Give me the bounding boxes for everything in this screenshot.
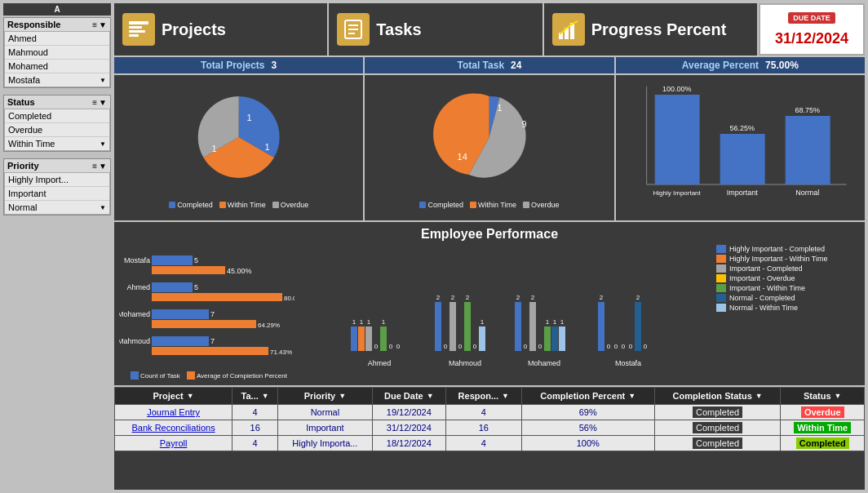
svg-rect-91 [559, 326, 565, 351]
priority-item-normal[interactable]: Normal ▼ [5, 201, 109, 214]
project-name-cell[interactable]: Bank Reconciliations [115, 420, 232, 436]
status-scroll-icon[interactable]: ▼ [100, 140, 106, 148]
average-percent-value: 75.00% [765, 60, 799, 71]
svg-rect-1 [129, 26, 142, 29]
duedate-filter-btn[interactable]: ▼ [427, 392, 434, 400]
svg-rect-72 [464, 302, 471, 351]
svg-rect-29 [152, 255, 193, 265]
svg-rect-21 [720, 134, 764, 184]
svg-rect-44 [152, 336, 209, 346]
average-percent-stat: Average Percent 75.00% [616, 57, 865, 73]
svg-text:0: 0 [396, 343, 401, 350]
date-display: 31/12/2024 [775, 30, 848, 47]
perf-horizontal-bars: Mostafa 5 45.00% Ahmed 5 80.00% Mohamed [119, 245, 299, 371]
status-item-completed[interactable]: Completed [5, 109, 109, 123]
svg-text:0: 0 [458, 343, 463, 350]
svg-text:2: 2 [531, 294, 535, 301]
tasks-title: Tasks [376, 20, 421, 39]
svg-text:Mostafa: Mostafa [615, 359, 641, 367]
status-settings-icon[interactable]: ≡ [92, 98, 97, 107]
comppct-filter-btn[interactable]: ▼ [628, 392, 636, 400]
priority-bar-chart: 100.00% 56.25% 68.75% Highly Important I… [616, 75, 865, 220]
priority-filter-btn[interactable]: ▼ [339, 392, 346, 400]
svg-rect-19 [654, 95, 699, 184]
total-tasks-stat: Total Task 24 [365, 57, 613, 73]
status-cell: Within Time [781, 420, 865, 436]
status-filter-icon[interactable]: ▼ [99, 98, 107, 107]
svg-text:0: 0 [622, 343, 626, 350]
svg-text:Normal: Normal [795, 189, 819, 197]
svg-rect-94 [598, 302, 604, 351]
responsible-label: Responsible [7, 20, 60, 29]
responsible-item-mostafa[interactable]: Mostafa ▼ [5, 73, 109, 87]
responsible-item-mahmoud[interactable]: Mahmoud [5, 46, 109, 60]
tasks-cell: 16 [232, 420, 278, 436]
svg-text:1: 1 [360, 318, 364, 326]
svg-text:5: 5 [194, 283, 198, 291]
svg-text:0: 0 [524, 343, 528, 350]
priority-settings-icon[interactable]: ≡ [92, 162, 97, 171]
svg-rect-89 [551, 326, 558, 351]
status-label: Status [7, 97, 35, 107]
priority-cell: Highly Importa... [278, 436, 373, 451]
projects-card: Projects [114, 3, 327, 56]
perf-content: Mostafa 5 45.00% Ahmed 5 80.00% Mohamed [119, 245, 860, 375]
svg-text:0: 0 [644, 343, 648, 350]
svg-text:Important: Important [726, 189, 758, 197]
status-item-overdue[interactable]: Overdue [5, 123, 109, 137]
completion-status-cell: Completed [654, 436, 781, 451]
responsible-settings-icon[interactable]: ≡ [92, 20, 97, 29]
stats-row: Total Projects 3 Total Task 24 Average P… [114, 57, 868, 75]
project-filter-btn[interactable]: ▼ [187, 392, 194, 400]
total-tasks-label: Total Task [458, 60, 505, 71]
projects-pie-chart: 1 1 1 Completed Within Time Overdue [114, 75, 363, 220]
tasks-filter-btn[interactable]: ▼ [262, 392, 269, 400]
status-cell: Completed [781, 436, 865, 451]
progress-title: Progress Percent [591, 20, 727, 39]
projects-icon [122, 13, 155, 46]
total-projects-value: 3 [272, 60, 277, 71]
responsible-item-mohamed[interactable]: Mohamed [5, 60, 109, 73]
svg-text:Ahmed: Ahmed [126, 283, 150, 291]
col-priority: Priority ▼ [278, 388, 373, 405]
responsible-col-filter-btn[interactable]: ▼ [502, 392, 509, 400]
col-completion-status: Completion Status ▼ [654, 388, 781, 405]
svg-text:Mohamed: Mohamed [528, 359, 560, 367]
compstatus-filter-btn[interactable]: ▼ [755, 392, 763, 400]
status-col-filter-btn[interactable]: ▼ [835, 392, 842, 400]
svg-text:68.75%: 68.75% [795, 106, 820, 114]
average-percent-label: Average Percent [682, 60, 759, 71]
responsible-item-ahmed[interactable]: Ahmed [5, 32, 109, 46]
svg-rect-49 [351, 326, 357, 351]
svg-rect-76 [479, 326, 485, 351]
svg-rect-51 [358, 326, 365, 351]
total-projects-stat: Total Projects 3 [114, 57, 363, 73]
col-duedate: Due Date ▼ [372, 388, 445, 405]
priority-label: Priority [7, 161, 39, 171]
svg-text:0: 0 [614, 343, 618, 350]
scroll-down-icon[interactable]: ▼ [100, 77, 106, 84]
svg-text:1: 1 [480, 318, 485, 326]
svg-text:2: 2 [451, 294, 455, 301]
responsible-filter-icon[interactable]: ▼ [99, 20, 107, 29]
status-item-withintime[interactable]: Within Time ▼ [5, 137, 109, 150]
col-project: Project ▼ [115, 388, 232, 405]
priority-item-highly[interactable]: Highly Import... [5, 173, 109, 187]
completion-pct-cell: 69% [521, 405, 654, 420]
completion-pct-cell: 100% [521, 436, 654, 451]
col-completion-pct: Completion Percent ▼ [521, 388, 654, 405]
project-name-cell[interactable]: Journal Entry [115, 405, 232, 420]
svg-rect-3 [129, 34, 139, 37]
svg-text:0: 0 [607, 343, 611, 350]
responsible-cell: 4 [445, 436, 521, 451]
svg-text:Highly Important: Highly Important [653, 189, 701, 197]
project-name-cell[interactable]: Payroll [115, 436, 232, 451]
priority-scroll-icon[interactable]: ▼ [100, 204, 106, 211]
tasks-cell: 4 [232, 405, 278, 420]
priority-filter-icon[interactable]: ▼ [99, 162, 107, 171]
main-content: Projects Tasks [114, 0, 868, 493]
sidebar-col-label: A [3, 3, 111, 16]
priority-item-important[interactable]: Important [5, 187, 109, 201]
svg-text:1: 1 [247, 113, 252, 122]
svg-text:56.25%: 56.25% [729, 124, 755, 132]
